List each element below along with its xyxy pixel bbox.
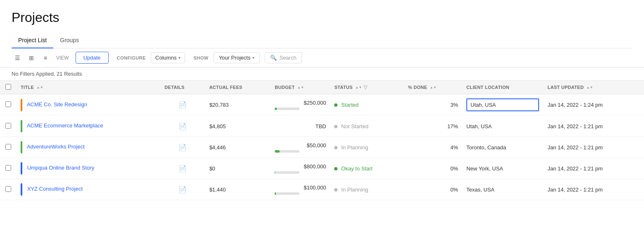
- details-doc-icon[interactable]: 📄: [178, 165, 187, 172]
- select-all-checkbox[interactable]: [5, 84, 11, 90]
- row-actual-fees-cell: $4,446: [205, 137, 271, 158]
- th-last-updated[interactable]: LAST UPDATED ▲▼: [543, 81, 644, 94]
- th-client-location: CLIENT LOCATION: [462, 81, 543, 94]
- search-placeholder: Search: [279, 55, 296, 61]
- details-doc-icon[interactable]: 📄: [178, 123, 187, 130]
- status-dot-icon: [334, 125, 337, 128]
- row-client-location-cell: Texas, USA: [462, 179, 543, 200]
- row-checkbox-cell: [0, 116, 17, 137]
- client-location-text: Texas, USA: [466, 187, 494, 193]
- row-client-location-cell: Toronto, Canada: [462, 137, 543, 158]
- row-budget-cell: TBD: [271, 116, 330, 137]
- projects-table: TITLE ▲▼ DETAILS ACTUAL FEES BUDGET ▲▼ S…: [0, 81, 644, 200]
- project-color-bar: [21, 162, 22, 175]
- budget-progress-bar: [275, 171, 299, 174]
- columns-chevron-icon: ▾: [178, 55, 181, 60]
- row-checkbox[interactable]: [5, 186, 11, 192]
- project-link[interactable]: Umpqua Online Brand Story: [27, 165, 95, 171]
- view-icons: ☰ ⊞ ≡: [12, 52, 51, 64]
- title-sort-icon: ▲▼: [36, 86, 43, 89]
- tab-project-list[interactable]: Project List: [12, 33, 53, 48]
- row-status-cell: Started: [330, 94, 404, 116]
- status-text: Started: [341, 102, 359, 108]
- filter-view-btn[interactable]: ≡: [40, 52, 51, 64]
- row-title-cell: Umpqua Online Brand Story: [17, 158, 160, 179]
- th-pct-done[interactable]: % DONE ▲▼: [404, 81, 462, 94]
- row-status-cell: Okay to Start: [330, 158, 404, 179]
- th-title[interactable]: TITLE ▲▼: [17, 81, 160, 94]
- th-details: DETAILS: [160, 81, 205, 94]
- row-checkbox-cell: [0, 179, 17, 200]
- row-details-cell: 📄: [160, 158, 205, 179]
- table-row: ACME Co. Site Redesign 📄 $20,783 $250,00…: [0, 94, 644, 116]
- toolbar: ☰ ⊞ ≡ VIEW Update CONFIGURE Columns ▾ SH…: [0, 48, 644, 67]
- filter-status: No Filters Applied, 21 Results: [0, 67, 644, 81]
- search-box[interactable]: 🔍 Search: [265, 52, 302, 63]
- table-row: Umpqua Online Brand Story 📄 $0 $800,000 …: [0, 158, 644, 179]
- your-projects-button[interactable]: Your Projects ▾: [214, 52, 260, 63]
- page-title: Projects: [12, 10, 632, 25]
- row-actual-fees-cell: $1,440: [205, 179, 271, 200]
- row-status-cell: In Planning: [330, 179, 404, 200]
- view-label: VIEW: [56, 55, 69, 61]
- project-color-bar: [21, 99, 22, 111]
- table-row: ACME Ecommerce Marketplace 📄 $4,805 TBD …: [0, 116, 644, 137]
- columns-button[interactable]: Columns ▾: [151, 52, 185, 63]
- budget-progress-bar: [275, 150, 299, 153]
- row-title-cell: XYZ Consulting Project: [17, 179, 160, 200]
- table-wrap: TITLE ▲▼ DETAILS ACTUAL FEES BUDGET ▲▼ S…: [0, 81, 644, 200]
- details-doc-icon[interactable]: 📄: [178, 144, 187, 151]
- th-status[interactable]: STATUS ▲▼ ▽: [330, 81, 404, 94]
- row-title-cell: ACME Ecommerce Marketplace: [17, 116, 160, 137]
- show-label: SHOW: [193, 55, 208, 60]
- th-budget[interactable]: BUDGET ▲▼: [271, 81, 330, 94]
- row-details-cell: 📄: [160, 116, 205, 137]
- row-actual-fees-cell: $0: [205, 158, 271, 179]
- row-last-updated-cell: Jan 14, 2022 - 1:21 pm: [543, 116, 644, 137]
- page-header: Projects Project List Groups: [0, 0, 644, 48]
- row-last-updated-cell: Jan 14, 2022 - 1:21 pm: [543, 137, 644, 158]
- status-filter-icon[interactable]: ▽: [364, 84, 367, 90]
- row-budget-cell: $100,000: [271, 179, 330, 200]
- row-client-location-cell: Utah, USA: [462, 116, 543, 137]
- row-checkbox[interactable]: [5, 165, 11, 171]
- status-text: In Planning: [341, 144, 368, 151]
- tabs: Project List Groups: [12, 33, 632, 48]
- project-link[interactable]: XYZ Consulting Project: [27, 186, 83, 192]
- client-location-text: Toronto, Canada: [466, 144, 506, 151]
- details-doc-icon[interactable]: 📄: [178, 101, 187, 108]
- row-checkbox-cell: [0, 137, 17, 158]
- project-link[interactable]: AdventureWorks Project: [27, 144, 85, 150]
- row-pct-done-cell: 0%: [404, 158, 462, 179]
- project-color-bar: [21, 141, 22, 153]
- project-link[interactable]: ACME Co. Site Redesign: [27, 101, 87, 108]
- configure-label: CONFIGURE: [117, 55, 146, 60]
- row-budget-cell: $250,000: [271, 94, 330, 116]
- project-link[interactable]: ACME Ecommerce Marketplace: [27, 122, 103, 129]
- row-title-cell: AdventureWorks Project: [17, 137, 160, 158]
- row-pct-done-cell: 17%: [404, 116, 462, 137]
- row-last-updated-cell: Jan 14, 2022 - 1:24 pm: [543, 94, 644, 116]
- row-status-cell: Not Started: [330, 116, 404, 137]
- status-text: Okay to Start: [341, 165, 373, 172]
- grid-view-btn[interactable]: ⊞: [26, 52, 37, 64]
- client-location-input[interactable]: Utah, USA: [466, 98, 539, 111]
- details-doc-icon[interactable]: 📄: [178, 186, 187, 193]
- budget-sort-icon: ▲▼: [297, 86, 304, 89]
- row-checkbox[interactable]: [5, 144, 11, 150]
- th-actual-fees: ACTUAL FEES: [205, 81, 271, 94]
- update-button[interactable]: Update: [76, 52, 109, 64]
- row-last-updated-cell: Jan 14, 2022 - 1:21 pm: [543, 179, 644, 200]
- row-checkbox-cell: [0, 158, 17, 179]
- row-pct-done-cell: 3%: [404, 94, 462, 116]
- row-checkbox[interactable]: [5, 101, 11, 107]
- tab-groups[interactable]: Groups: [53, 33, 86, 48]
- row-client-location-cell: New York, USA: [462, 158, 543, 179]
- list-view-btn[interactable]: ☰: [12, 52, 23, 64]
- budget-progress-bar: [275, 108, 299, 110]
- row-checkbox[interactable]: [5, 123, 11, 129]
- status-dot-icon: [334, 167, 337, 170]
- columns-label: Columns: [155, 55, 176, 61]
- row-title-cell: ACME Co. Site Redesign: [17, 94, 160, 116]
- row-details-cell: 📄: [160, 94, 205, 116]
